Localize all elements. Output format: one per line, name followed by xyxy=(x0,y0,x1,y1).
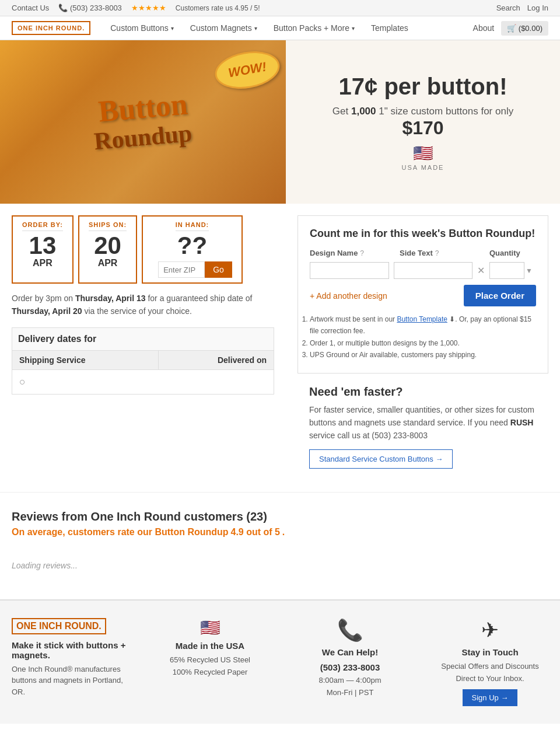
email-footer-icon: ✈ xyxy=(432,618,548,643)
nav-button-packs[interactable]: Button Packs + More ▾ xyxy=(265,16,363,40)
faster-title: Need 'em faster? xyxy=(309,385,537,399)
zip-input[interactable] xyxy=(158,261,205,278)
footer-usa-sub: 65% Recycled US Steel 100% Recycled Pape… xyxy=(152,654,268,679)
contact-link[interactable]: Contact Us xyxy=(12,4,49,12)
button-roundup-logo: Button Roundup xyxy=(94,93,192,151)
reviews-title: Reviews from One Inch Round customers (2… xyxy=(12,510,548,523)
hero-section: Button Roundup WOW! 17¢ per button! Get … xyxy=(0,40,560,204)
main-content: ORDER BY: 13 APR SHIPS ON: 20 APR IN HAN… xyxy=(0,204,560,492)
form-title: Count me in for this week's Button Round… xyxy=(310,228,536,240)
form-actions: + Add another design Place Order xyxy=(310,285,536,306)
footer-touch-sub: Special Offers and Discounts Direct to Y… xyxy=(432,661,548,685)
top-bar: Contact Us 📞 (503) 233-8003 ★★★★★ Custom… xyxy=(0,0,560,16)
top-bar-right: Search Log In xyxy=(496,4,548,12)
footer-touch-title: Stay in Touch xyxy=(432,647,548,657)
delivery-section: Delivery dates for Shipping Service Deli… xyxy=(12,327,274,395)
footer-links: Custom Buttons 1" Buttons 1.25" Buttons … xyxy=(0,724,560,733)
loading-reviews: Loading reviews... xyxy=(12,549,548,582)
ships-on-date: 20 xyxy=(89,233,127,258)
footer-logo-col: ONE INCH ROUND. Make it stick with butto… xyxy=(12,618,128,707)
faster-section: Need 'em faster? For faster service, sma… xyxy=(298,374,548,480)
order-by-month: APR xyxy=(22,258,63,268)
ships-on-label: SHIPS ON: xyxy=(89,221,127,231)
in-hand-date: ?? xyxy=(177,233,207,258)
big-price: $170 xyxy=(402,117,443,139)
nav-items: Custom Buttons ▾ Custom Magnets ▾ Button… xyxy=(102,16,473,40)
left-column: ORDER BY: 13 APR SHIPS ON: 20 APR IN HAN… xyxy=(0,204,286,492)
instruction-item: UPS Ground or Air available, customers p… xyxy=(310,349,536,361)
price-headline: 17¢ per button! xyxy=(339,74,508,100)
footer-desc: One Inch Round® manufactures buttons and… xyxy=(12,664,128,698)
in-hand-box: IN HAND: ?? Go xyxy=(142,215,243,284)
place-order-button[interactable]: Place Order xyxy=(464,285,536,306)
nav-about[interactable]: About xyxy=(473,23,495,33)
top-bar-left: Contact Us 📞 (503) 233-8003 ★★★★★ Custom… xyxy=(12,4,260,12)
instruction-item: Artwork must be sent in our Button Templ… xyxy=(310,313,536,337)
reviews-section: Reviews from One Inch Round customers (2… xyxy=(0,492,560,599)
form-headers: Design Name ? Side Text ? Quantity xyxy=(310,248,536,257)
usa-label: USA MADE xyxy=(402,164,444,171)
quantity-header: Quantity xyxy=(489,249,520,257)
zip-go-button[interactable]: Go xyxy=(205,261,232,278)
add-design-button[interactable]: + Add another design xyxy=(310,291,387,301)
cart-button[interactable]: 🛒 ($0.00) xyxy=(501,21,548,36)
footer-usa-col: 🇺🇸 Made in the USA 65% Recycled US Steel… xyxy=(152,618,268,707)
side-text-header: Side Text xyxy=(400,249,433,257)
nav-right: About 🛒 ($0.00) xyxy=(473,21,548,36)
customers-text: Customers rate us 4.95 / 5! xyxy=(176,4,260,12)
usa-flag-icon: 🇺🇸 xyxy=(413,144,433,163)
footer-help-col: 📞 We Can Help! (503) 233-8003 8:00am — 4… xyxy=(292,618,408,707)
footer-help-sub: (503) 233-8003 8:00am — 4:00pm Mon-Fri |… xyxy=(292,661,408,699)
hero-image: Button Roundup WOW! xyxy=(0,40,286,204)
button-template-link[interactable]: Button Template xyxy=(397,315,447,323)
order-note: Order by 3pm on Thursday, April 13 for a… xyxy=(12,292,274,318)
signup-button[interactable]: Sign Up → xyxy=(463,689,518,706)
qty-arrow-icon: ▼ xyxy=(526,267,533,275)
order-form-card: Count me in for this week's Button Round… xyxy=(298,215,548,374)
delivered-on-header: Delivered on xyxy=(159,350,274,369)
date-boxes: ORDER BY: 13 APR SHIPS ON: 20 APR IN HAN… xyxy=(12,215,274,284)
delivery-table: Shipping Service Delivered on ○ xyxy=(12,350,274,395)
faster-text: For faster service, smaller quantities, … xyxy=(309,403,537,442)
design-row: ✕ 1000 ▼ xyxy=(310,262,536,279)
site-logo[interactable]: ONE INCH ROUND. xyxy=(12,21,90,35)
nav-custom-magnets[interactable]: Custom Magnets ▾ xyxy=(182,16,265,40)
quantity-input[interactable]: 1000 xyxy=(489,262,524,279)
design-name-header: Design Name xyxy=(310,249,358,257)
nav-templates[interactable]: Templates xyxy=(363,16,416,40)
footer-tagline: Make it stick with buttons + magnets. xyxy=(12,640,128,660)
ships-on-month: APR xyxy=(89,258,127,268)
reviews-rating: 4.9 out of 5 xyxy=(231,527,280,537)
zip-row: Go xyxy=(158,261,232,278)
footer-logo: ONE INCH ROUND. xyxy=(12,618,106,634)
nav-custom-buttons[interactable]: Custom Buttons ▾ xyxy=(102,16,182,40)
standard-service-button[interactable]: Standard Service Custom Buttons → xyxy=(309,449,453,469)
delivery-title: Delivery dates for xyxy=(12,327,274,350)
dropdown-arrow-icon: ▾ xyxy=(352,25,355,32)
design-name-input[interactable] xyxy=(310,262,389,279)
login-link[interactable]: Log In xyxy=(527,4,548,12)
order-by-label: ORDER BY: xyxy=(22,221,63,231)
instruction-item: Order 1, or multiple button designs by t… xyxy=(310,337,536,349)
right-column: Count me in for this week's Button Round… xyxy=(286,204,560,492)
order-by-date: 13 xyxy=(22,233,63,258)
dropdown-arrow-icon: ▾ xyxy=(254,25,257,32)
remove-design-button[interactable]: ✕ xyxy=(477,265,485,276)
phone-icon: 📞 xyxy=(58,4,68,12)
search-link[interactable]: Search xyxy=(496,4,520,12)
main-nav: ONE INCH ROUND. Custom Buttons ▾ Custom … xyxy=(0,16,560,40)
phone-footer-icon: 📞 xyxy=(292,618,408,643)
reviews-subtitle: On average, customers rate our Button Ro… xyxy=(12,527,548,537)
footer-usa-flag-icon: 🇺🇸 xyxy=(152,618,268,637)
in-hand-label: IN HAND: xyxy=(176,221,209,231)
phone-link[interactable]: 📞 (503) 233-8003 xyxy=(58,4,122,12)
loading-cell: ○ xyxy=(12,369,274,394)
instructions-list: Artwork must be sent in our Button Templ… xyxy=(310,313,536,361)
shipping-service-header: Shipping Service xyxy=(12,350,159,369)
hero-promo: 17¢ per button! Get 1,000 1" size custom… xyxy=(286,40,560,204)
design-name-help-icon[interactable]: ? xyxy=(360,249,364,257)
side-text-input[interactable] xyxy=(394,262,473,279)
side-text-help-icon[interactable]: ? xyxy=(435,249,439,257)
dropdown-arrow-icon: ▾ xyxy=(171,25,174,32)
footer-usa-title: Made in the USA xyxy=(152,641,268,651)
